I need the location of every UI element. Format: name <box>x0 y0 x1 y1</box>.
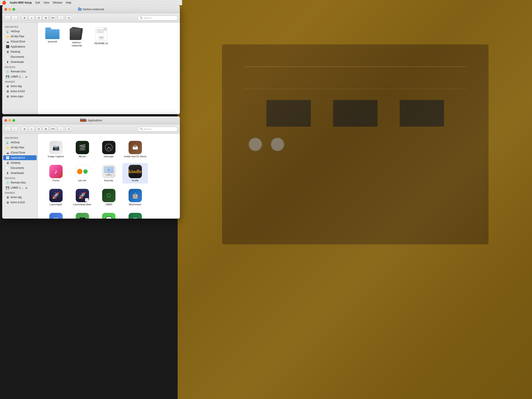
sidebar-item-allfiles-2[interactable]: ⭐ All My Files <box>3 145 37 150</box>
menu-app-name[interactable]: Audio MIDI Setup <box>10 1 32 4</box>
app-launchpad-label: Launchpad <box>50 203 62 206</box>
minimize-button-1[interactable] <box>8 8 11 11</box>
content-area-1[interactable]: ardumidi hairless-midiserial <box>38 23 180 114</box>
share-btn-1[interactable]: ↑ <box>58 16 64 20</box>
app-imovie-label: iMovie <box>79 155 86 158</box>
eject-icon-2[interactable]: ⏏ <box>25 187 27 189</box>
apple-menu[interactable]: 🍎 <box>2 0 6 5</box>
sidebar-item-bnmc-lt-1[interactable]: 🖥 bnmc-lt-010 <box>3 89 37 94</box>
back-button-2[interactable]: ‹ <box>4 127 11 132</box>
sidebar-item-remotedisc-1[interactable]: 💿 Remote Disc <box>3 69 37 74</box>
menu-window[interactable]: Window <box>53 1 62 4</box>
app-item-messages[interactable]: 💬 <box>96 211 121 219</box>
app-item-launchpad[interactable]: 🚀 Launchpad <box>43 187 69 207</box>
icloud-icon-2: ☁ <box>6 151 9 154</box>
lmms-drive-icon-1: 💾 <box>6 75 9 78</box>
action-btn-2[interactable]: ⊡ <box>66 127 72 132</box>
sidebar-item-desktop-1[interactable]: 🖥 Desktop <box>3 49 37 54</box>
app-item-maps[interactable]: 🗺 <box>70 211 95 219</box>
close-button-1[interactable] <box>4 8 7 11</box>
sidebar-item-documents-2[interactable]: 📄 Documents <box>3 166 37 170</box>
file-item-hairless[interactable]: hairless-midiserial <box>66 26 88 49</box>
sidebar-item-remotedisc-2[interactable]: 💿 Remote Disc <box>3 180 37 185</box>
sidebar-item-downloads-1[interactable]: ⬇ Downloads <box>3 59 37 64</box>
coverflow-view-btn-2[interactable]: ⊠ <box>43 127 49 132</box>
action-btn-1[interactable]: ⊡ <box>66 16 72 20</box>
eject-icon-1[interactable]: ⏏ <box>25 76 27 78</box>
downloads-icon-1: ⬇ <box>6 60 9 64</box>
app-kindle-label: Kindle <box>132 179 139 182</box>
sidebar-item-applications-1[interactable]: 🅰 Applications <box>3 44 37 49</box>
content-area-2[interactable]: 📷 Image Capture 🎬 iMovie <box>38 134 180 219</box>
arrange-btn-1[interactable]: ⚙▾ <box>50 16 56 20</box>
forward-button-1[interactable]: › <box>12 16 18 20</box>
app-item-itunes[interactable]: ♪ iTunes <box>43 163 69 184</box>
menu-help[interactable]: Help <box>66 1 71 4</box>
app-item-excel[interactable]: X <box>122 211 148 219</box>
imovie-inner-icon: 🎬 <box>79 144 86 151</box>
search-box-1[interactable]: 🔍 Search <box>138 16 178 20</box>
icon-view-btn-1[interactable]: ⊞ <box>21 16 27 20</box>
app-item-joinme[interactable]: join.me <box>70 163 95 184</box>
keynote-base <box>106 175 111 175</box>
maximize-button-2[interactable] <box>13 119 15 122</box>
maximize-button-1[interactable] <box>13 8 15 11</box>
app-install-macos-label: Install macOS Sierra <box>124 155 146 158</box>
search-placeholder-1: Search <box>144 17 152 19</box>
sidebar-item-documents-1[interactable]: 📄 Documents <box>3 54 37 59</box>
sidebar-item-bnmc-mpo-1[interactable]: 🖥 bnmc-mpo <box>3 94 37 99</box>
close-button-2[interactable] <box>4 119 7 122</box>
app-item-mackeeper[interactable]: 🤖 MacKeeper <box>122 187 148 207</box>
sidebar-item-allfiles-1[interactable]: ⭐ All My Files <box>3 34 37 39</box>
list-view-btn-1[interactable]: ≡ <box>28 16 35 20</box>
sidebar-item-desktop-2[interactable]: 🖥 Desktop <box>3 161 37 165</box>
forward-button-2[interactable]: › <box>12 127 18 132</box>
sidebar-item-airdrop-1[interactable]: 📡 AirDrop <box>3 29 37 34</box>
app-item-launchpad-alias[interactable]: 🚀 ↗ Launchpad alias <box>70 187 95 207</box>
app-item-kindle[interactable]: kindle Kindle <box>122 163 148 184</box>
coverflow-view-btn-1[interactable]: ⊠ <box>43 16 49 20</box>
search-placeholder-2: Search <box>144 128 152 130</box>
launchpad-icon: 🚀 <box>49 189 63 202</box>
allfiles-icon-2: ⭐ <box>6 146 9 149</box>
sidebar-item-icloud-1[interactable]: ☁ iCloud Drive <box>3 39 37 44</box>
sidebar-item-bnmc-dig-1[interactable]: 🖥 bnmc-dig <box>3 84 37 89</box>
file-item-ardumidi[interactable]: ardumidi <box>41 26 63 49</box>
column-view-btn-1[interactable]: ⊟ <box>36 16 42 20</box>
app-item-lmms[interactable]: ⬡ LMMS <box>96 187 121 207</box>
sidebar-item-airdrop-2[interactable]: 📡 AirDrop <box>3 140 37 145</box>
app-item-keynote[interactable]: K Keynote <box>96 163 121 184</box>
search-box-2[interactable]: 🔍 Search <box>138 127 178 132</box>
folder-icon-title-2b <box>83 119 87 122</box>
arrange-btn-2[interactable]: ⚙▾ <box>50 127 56 132</box>
back-button-1[interactable]: ‹ <box>4 16 11 20</box>
sidebar-downloads-label-1: Downloads <box>11 60 24 64</box>
remotedisc-icon-2: 💿 <box>6 181 9 184</box>
app-item-imovie[interactable]: 🎬 iMovie <box>70 139 95 160</box>
share-btn-2[interactable]: ↑ <box>58 127 64 132</box>
sidebar-item-icloud-2[interactable]: ☁ iCloud Drive <box>3 150 37 155</box>
window-body-2: Favorites 📡 AirDrop ⭐ All My Files ☁ iCl… <box>2 134 180 219</box>
documents-icon-2: 📄 <box>6 166 9 170</box>
sidebar-item-lmms-1[interactable]: 💾 LMMS 1.... ⏏ <box>3 74 37 79</box>
app-item-mail[interactable]: ✉ <box>43 211 69 219</box>
list-view-btn-2[interactable]: ≡ <box>28 127 35 132</box>
file-item-readme[interactable]: TXT README.txt <box>90 26 112 49</box>
sidebar-item-bnmc-dig-2[interactable]: 🖥 bnmc-dig <box>3 195 37 200</box>
sidebar-item-lmms-2[interactable]: 💾 LMMS 1.... ⏏ <box>3 185 37 190</box>
app-inkscape-label: Inkscape <box>104 155 114 158</box>
app-item-inkscape[interactable]: Inkscape <box>96 139 121 160</box>
column-view-btn-2[interactable]: ⊟ <box>36 127 42 132</box>
menu-view[interactable]: View <box>44 1 49 4</box>
sidebar-item-applications-2[interactable]: 🅰 Applications <box>3 155 37 160</box>
sidebar-2: Favorites 📡 AirDrop ⭐ All My Files ☁ iCl… <box>2 134 38 219</box>
app-item-image-capture[interactable]: 📷 Image Capture <box>43 139 69 160</box>
sidebar-item-downloads-2[interactable]: ⬇ Downloads <box>3 171 37 175</box>
minimize-button-2[interactable] <box>8 119 11 122</box>
sidebar-item-bnmc-lt-2[interactable]: 🖥 bnmc-lt-010 <box>3 200 37 205</box>
icon-view-btn-2[interactable]: ⊞ <box>21 127 27 132</box>
menu-edit[interactable]: Edit <box>35 1 40 4</box>
app-item-install-macos[interactable]: 🏔 Install macOS Sierra <box>122 139 148 160</box>
sidebar-remotedisc-label-2: Remote Disc <box>11 181 26 184</box>
sidebar-applications-label-1: Applications <box>11 45 25 48</box>
